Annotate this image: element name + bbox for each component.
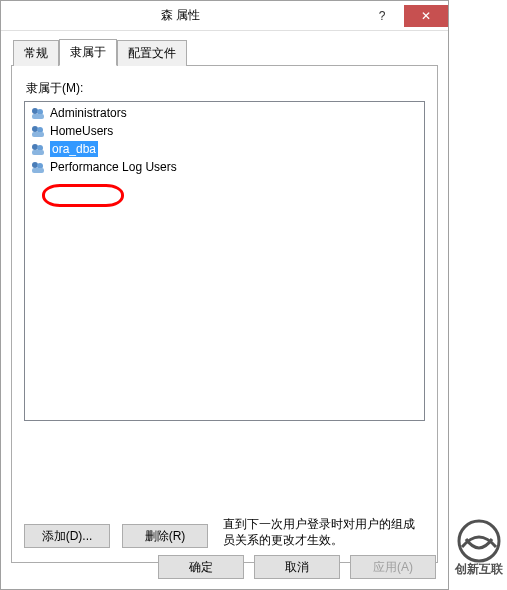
svg-point-9 bbox=[32, 162, 38, 168]
list-item-label: ora_dba bbox=[50, 141, 98, 157]
remove-button[interactable]: 删除(R) bbox=[122, 524, 208, 548]
window-title: 森 属性 bbox=[1, 7, 360, 24]
svg-point-6 bbox=[32, 144, 38, 150]
group-icon bbox=[30, 123, 46, 139]
watermark-text: 创新互联 bbox=[454, 562, 504, 576]
tab-panel-memberof: 隶属于(M): Administrators HomeUsers bbox=[11, 65, 438, 563]
list-item-selected[interactable]: ora_dba bbox=[27, 140, 422, 158]
tab-container: 常规 隶属于 配置文件 隶属于(M): Administrators bbox=[11, 39, 438, 563]
hint-text: 直到下一次用户登录时对用户的组成员关系的更改才生效。 bbox=[223, 516, 423, 548]
list-item[interactable]: HomeUsers bbox=[27, 122, 422, 140]
list-item-label: HomeUsers bbox=[50, 123, 113, 139]
svg-point-0 bbox=[32, 108, 38, 114]
tab-strip: 常规 隶属于 配置文件 bbox=[13, 39, 438, 65]
svg-point-3 bbox=[32, 126, 38, 132]
svg-rect-8 bbox=[32, 150, 44, 155]
tab-profile[interactable]: 配置文件 bbox=[117, 40, 187, 66]
properties-dialog: 森 属性 ? ✕ 常规 隶属于 配置文件 隶属于(M): Administrat… bbox=[0, 0, 449, 590]
list-item-label: Administrators bbox=[50, 105, 127, 121]
groups-label: 隶属于(M): bbox=[26, 80, 425, 97]
ok-button[interactable]: 确定 bbox=[158, 555, 244, 579]
dialog-footer: 确定 取消 应用(A) bbox=[158, 555, 436, 579]
tab-general[interactable]: 常规 bbox=[13, 40, 59, 66]
svg-rect-11 bbox=[32, 168, 44, 173]
list-item[interactable]: Performance Log Users bbox=[27, 158, 422, 176]
watermark-logo: 创新互联 bbox=[447, 517, 507, 584]
group-icon bbox=[30, 141, 46, 157]
group-actions: 添加(D)... 删除(R) bbox=[24, 524, 208, 548]
svg-point-12 bbox=[459, 521, 499, 561]
question-icon: ? bbox=[379, 9, 386, 23]
group-icon bbox=[30, 105, 46, 121]
add-button[interactable]: 添加(D)... bbox=[24, 524, 110, 548]
list-item-label: Performance Log Users bbox=[50, 159, 177, 175]
svg-rect-2 bbox=[32, 114, 44, 119]
close-icon: ✕ bbox=[421, 9, 431, 23]
tab-memberof[interactable]: 隶属于 bbox=[59, 39, 117, 66]
close-button[interactable]: ✕ bbox=[404, 5, 448, 27]
titlebar: 森 属性 ? ✕ bbox=[1, 1, 448, 31]
apply-button[interactable]: 应用(A) bbox=[350, 555, 436, 579]
cancel-button[interactable]: 取消 bbox=[254, 555, 340, 579]
client-area: 常规 隶属于 配置文件 隶属于(M): Administrators bbox=[1, 31, 448, 573]
svg-rect-5 bbox=[32, 132, 44, 137]
groups-listbox[interactable]: Administrators HomeUsers ora_dba bbox=[24, 101, 425, 421]
help-button[interactable]: ? bbox=[360, 5, 404, 27]
list-item[interactable]: Administrators bbox=[27, 104, 422, 122]
group-icon bbox=[30, 159, 46, 175]
